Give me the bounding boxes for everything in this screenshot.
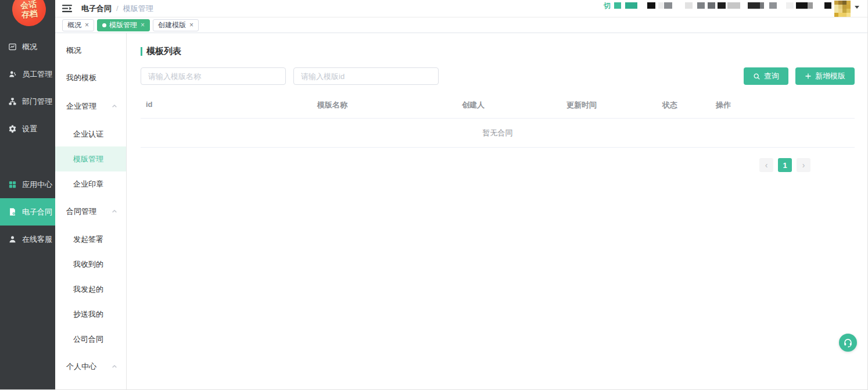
tab-label: 模版管理 — [109, 20, 137, 30]
redacted-block — [808, 2, 813, 9]
primary-nav-item[interactable]: 在线客服 — [0, 226, 55, 253]
chevron-down-icon[interactable] — [855, 6, 859, 9]
switch-company-text[interactable]: 切 — [604, 2, 611, 9]
secondary-nav-item[interactable]: 个人中心 — [55, 352, 126, 382]
avatar-pixel — [842, 13, 847, 17]
primary-nav-item[interactable]: 员工管理 — [0, 60, 55, 88]
chevron-up-icon — [112, 209, 117, 214]
close-icon[interactable]: × — [189, 22, 193, 28]
avatar-pixel — [838, 5, 842, 9]
column-header: 创建人 — [462, 100, 566, 110]
user-avatar[interactable] — [834, 1, 851, 17]
customer-service-fab[interactable] — [839, 334, 857, 352]
tab-bar: 概况 × 模版管理 × 创建模版 × — [55, 17, 867, 33]
page-1-button[interactable]: 1 — [778, 158, 792, 172]
avatar-pixel — [838, 13, 842, 17]
secondary-nav-label: 概况 — [66, 45, 81, 56]
action-buttons: 查询 新增模版 — [744, 67, 855, 85]
primary-sidebar: 会话 存档 概况 员工管理 部门管理 设置 — [0, 0, 55, 389]
primary-nav-label: 在线客服 — [22, 234, 52, 245]
secondary-nav-item[interactable]: 发起签署 — [55, 227, 126, 252]
avatar-pixel — [838, 1, 842, 5]
primary-nav-label: 电子合同 — [22, 207, 52, 217]
template-id-input[interactable] — [293, 67, 439, 85]
org-icon — [8, 97, 17, 106]
secondary-nav-item[interactable]: 企业管理 — [55, 91, 126, 121]
secondary-nav-label: 企业管理 — [66, 101, 96, 112]
person-icon — [8, 235, 17, 244]
secondary-nav-item[interactable]: 我的模板 — [55, 64, 126, 91]
close-icon[interactable]: × — [85, 22, 89, 28]
secondary-nav-label: 个人中心 — [66, 362, 96, 372]
secondary-nav-item[interactable]: 企业印章 — [55, 171, 126, 196]
primary-nav-item[interactable]: 设置 — [0, 115, 55, 142]
close-icon[interactable]: × — [141, 22, 145, 28]
redacted-block — [685, 2, 693, 9]
headset-icon — [843, 338, 853, 348]
redacted-block — [658, 2, 663, 9]
secondary-nav-item[interactable]: 模版管理 — [55, 146, 126, 171]
redacted-block — [718, 2, 726, 9]
tab[interactable]: 概况 × — [62, 19, 94, 31]
primary-nav-item[interactable]: 概况 — [0, 33, 55, 60]
redacted-block — [614, 2, 621, 9]
redacted-block — [786, 2, 794, 9]
topbar-right-cluster: 切 — [604, 1, 859, 17]
pagination: ‹ 1 › — [141, 158, 855, 172]
secondary-nav-item[interactable]: 抄送我的 — [55, 302, 126, 327]
query-button[interactable]: 查询 — [744, 67, 788, 85]
avatar-pixel — [847, 13, 851, 17]
secondary-nav-item[interactable]: 合同管理 — [55, 196, 126, 227]
avatar-pixel — [847, 9, 851, 13]
prev-page-button[interactable]: ‹ — [759, 158, 773, 172]
avatar-pixel — [834, 1, 838, 5]
secondary-nav-item[interactable]: 企业认证 — [55, 121, 126, 146]
secondary-sidebar: 概况 我的模板 企业管理 — [55, 33, 127, 389]
app-logo[interactable]: 会话 存档 — [10, 0, 48, 28]
secondary-nav-label: 公司合同 — [73, 334, 103, 345]
breadcrumb-root[interactable]: 电子合同 — [81, 3, 112, 14]
primary-nav-label: 员工管理 — [22, 69, 52, 80]
tab[interactable]: 创建模版 × — [153, 19, 199, 31]
secondary-nav-item[interactable]: 概况 — [55, 37, 126, 64]
avatar-pixel — [842, 1, 847, 5]
section-title: 模板列表 — [141, 46, 855, 57]
add-template-button[interactable]: 新增模版 — [795, 67, 855, 85]
column-header: 状态 — [662, 100, 716, 110]
template-list-panel: 模板列表 查询 — [127, 33, 867, 389]
redacted-block — [748, 2, 760, 9]
tab-label: 创建模版 — [158, 20, 186, 30]
body-row: 概况 我的模板 企业管理 — [55, 33, 867, 389]
primary-nav-item[interactable]: 部门管理 — [0, 88, 55, 115]
collapse-sidebar-icon[interactable] — [62, 4, 72, 13]
secondary-nav-item[interactable]: 我收到的 — [55, 252, 126, 277]
redacted-block — [727, 2, 740, 9]
secondary-nav-label: 我发起的 — [73, 284, 103, 295]
primary-nav: 概况 员工管理 部门管理 设置 应用中心 电子合同 — [0, 33, 55, 253]
secondary-nav-item[interactable]: 我发起的 — [55, 277, 126, 302]
primary-nav-item[interactable]: 应用中心 — [0, 171, 55, 198]
column-header: 操作 — [716, 100, 855, 110]
secondary-nav-label: 企业印章 — [73, 179, 103, 189]
secondary-nav-label: 企业认证 — [73, 129, 103, 139]
plus-icon — [805, 73, 812, 80]
tab[interactable]: 模版管理 × — [97, 19, 150, 31]
logo-text-line2: 存档 — [21, 9, 38, 20]
filter-row: 查询 新增模版 — [141, 67, 855, 85]
primary-nav-item[interactable]: 电子合同 — [0, 198, 55, 226]
main-column: 电子合同 / 模版管理 切 概况 × 模版管理 × — [55, 0, 867, 389]
app-window: 会话 存档 概况 员工管理 部门管理 设置 — [0, 0, 868, 390]
secondary-nav-label: 模版管理 — [73, 154, 103, 164]
logo-area: 会话 存档 — [0, 0, 55, 33]
template-table: id模版名称创建人更新时间状态操作 暂无合同 — [141, 100, 855, 148]
template-name-input[interactable] — [141, 67, 286, 85]
avatar-pixel — [834, 5, 838, 9]
redacted-block — [647, 2, 655, 9]
title-accent-bar — [141, 47, 142, 56]
primary-nav-label: 部门管理 — [22, 96, 52, 107]
next-page-button[interactable]: › — [797, 158, 810, 172]
primary-nav-label: 设置 — [22, 124, 37, 134]
secondary-nav-item[interactable]: 公司合同 — [55, 327, 126, 352]
redacted-block — [824, 2, 831, 9]
redacted-block — [796, 2, 808, 9]
